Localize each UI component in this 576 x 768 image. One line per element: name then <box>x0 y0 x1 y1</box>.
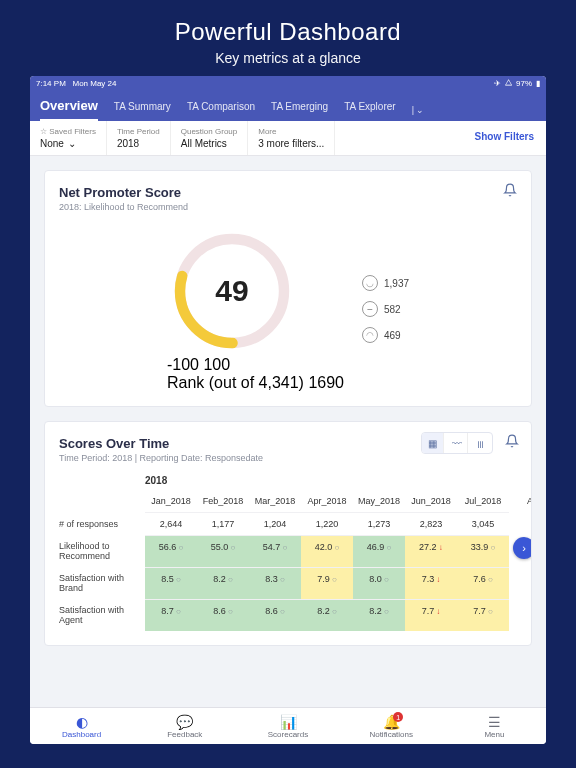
col-header: May_2018 <box>353 490 405 512</box>
metric-cell: 7.9 ○ <box>301 567 353 599</box>
bar-view-icon[interactable]: ⫼ <box>470 433 492 453</box>
metric-cell: 27.2 ↓ <box>405 535 457 567</box>
show-filters-button[interactable]: Show Filters <box>463 121 546 155</box>
tabbar-feedback[interactable]: 💬Feedback <box>133 708 236 744</box>
metric-cell: 8.7 ○ <box>145 599 197 631</box>
filter-more[interactable]: More 3 more filters... <box>248 121 335 155</box>
col-header: Jun_2018 <box>405 490 457 512</box>
metric-cell: 7.6 ○ <box>457 567 509 599</box>
metric-cell: 46.9 ○ <box>353 535 405 567</box>
scores-over-time-card: ▦ 〰 ⫼ Scores Over Time Time Period: 2018… <box>44 421 532 646</box>
line-view-icon[interactable]: 〰 <box>446 433 468 453</box>
metric-cell: 54.7 ○ <box>249 535 301 567</box>
cell-responses: 1,204 <box>249 512 301 535</box>
nps-subtitle: 2018: Likelihood to Recommend <box>59 202 517 212</box>
bell-icon[interactable] <box>503 183 517 200</box>
col-header: Jul_2018 <box>457 490 509 512</box>
hero-subtitle: Key metrics at a glance <box>0 50 576 66</box>
bell-icon[interactable] <box>505 434 519 451</box>
gauge-max: 100 <box>203 356 230 373</box>
cell-responses: 3,045 <box>457 512 509 535</box>
metric-cell: 8.6 ○ <box>249 599 301 631</box>
ios-status-bar: 7:14 PM Mon May 24 ✈ ⧋ 97% ▮ <box>30 76 546 90</box>
tab-overview[interactable]: Overview <box>40 98 98 121</box>
metric-cell: 56.6 ○ <box>145 535 197 567</box>
metric-row-label: Satisfaction with Brand <box>59 567 145 599</box>
filter-time-period[interactable]: Time Period 2018 <box>107 121 171 155</box>
col-header: Feb_2018 <box>197 490 249 512</box>
col-header: Jan_2018 <box>145 490 197 512</box>
scores-grid: › 2018 Jan_2018Feb_2018Mar_2018Apr_2018M… <box>59 475 531 631</box>
row-responses-label: # of responses <box>59 512 145 535</box>
cell-responses: 2,823 <box>405 512 457 535</box>
sad-face-icon: ◠ <box>362 327 378 343</box>
metric-cell: 55.0 ○ <box>197 535 249 567</box>
tabbar-dashboard[interactable]: ◐Dashboard <box>30 708 133 744</box>
metric-cell: 8.3 ○ <box>249 567 301 599</box>
metric-cell: 8.2 ○ <box>353 599 405 631</box>
nps-title: Net Promoter Score <box>59 185 517 200</box>
tabbar-icon: 🔔1 <box>340 714 443 730</box>
tabbar-icon: ◐ <box>30 714 133 730</box>
nps-gauge: 49 <box>167 226 297 356</box>
cell-responses: 1,220 <box>301 512 353 535</box>
col-header: Apr_2018 <box>301 490 353 512</box>
status-time: 7:14 PM <box>36 79 66 88</box>
tabbar-icon: 📊 <box>236 714 339 730</box>
metric-cell: 42.0 ○ <box>301 535 353 567</box>
tab-ta-summary[interactable]: TA Summary <box>114 101 171 118</box>
tabbar-scorecards[interactable]: 📊Scorecards <box>236 708 339 744</box>
metric-cell: 8.5 ○ <box>145 567 197 599</box>
scroll-right-button[interactable]: › <box>513 537 531 559</box>
filter-bar: ☆ Saved Filters None ⌄ Time Period 2018 … <box>30 121 546 156</box>
nps-score: 49 <box>167 226 297 356</box>
grid-view-icon[interactable]: ▦ <box>422 433 444 453</box>
cell-responses: 1,273 <box>353 512 405 535</box>
metric-cell: 8.2 ○ <box>197 567 249 599</box>
bottom-tab-bar: ◐Dashboard💬Feedback📊Scorecards🔔1Notifica… <box>30 707 546 744</box>
neutral-face-icon: ‒ <box>362 301 378 317</box>
tab-ta-comparison[interactable]: TA Comparison <box>187 101 255 118</box>
status-date: Mon May 24 <box>72 79 116 88</box>
cell-responses: 2,644 <box>145 512 197 535</box>
filter-saved[interactable]: ☆ Saved Filters None ⌄ <box>30 121 107 155</box>
col-header: Aug <box>509 490 531 512</box>
tab-ta-emerging[interactable]: TA Emerging <box>271 101 328 118</box>
tabbar-icon: 💬 <box>133 714 236 730</box>
metric-cell: 7.3 ↓ <box>405 567 457 599</box>
metric-cell: 7.7 ○ <box>457 599 509 631</box>
grid-year: 2018 <box>59 475 531 490</box>
view-toggle: ▦ 〰 ⫼ <box>421 432 493 454</box>
wifi-icon: ⧋ <box>505 78 512 88</box>
hero-banner: Powerful Dashboard Key metrics at a glan… <box>0 0 576 76</box>
tabbar-icon: ☰ <box>443 714 546 730</box>
metric-cell: 33.9 ○ <box>457 535 509 567</box>
filter-question-group[interactable]: Question Group All Metrics <box>171 121 248 155</box>
sot-subtitle: Time Period: 2018 | Reporting Date: Resp… <box>59 453 531 463</box>
metric-cell: 8.2 ○ <box>301 599 353 631</box>
nav-more-chevron[interactable]: | ⌄ <box>412 105 425 115</box>
chevron-down-icon: ⌄ <box>68 138 76 149</box>
happy-face-icon: ◡ <box>362 275 378 291</box>
metric-cell: 8.0 ○ <box>353 567 405 599</box>
cell-responses: 1,177 <box>197 512 249 535</box>
device-frame: 7:14 PM Mon May 24 ✈ ⧋ 97% ▮ Overview TA… <box>30 76 546 744</box>
gauge-min: -100 <box>167 356 199 373</box>
metric-row-label: Satisfaction with Agent <box>59 599 145 631</box>
battery-icon: ▮ <box>536 79 540 88</box>
metric-cell: 7.7 ↓ <box>405 599 457 631</box>
nps-card: Net Promoter Score 2018: Likelihood to R… <box>44 170 532 407</box>
nps-rank: Rank (out of 4,341) 1690 <box>167 374 344 392</box>
tab-ta-explorer[interactable]: TA Explorer <box>344 101 396 118</box>
tabbar-menu[interactable]: ☰Menu <box>443 708 546 744</box>
metric-row-label: Likelihood to Recommend <box>59 535 145 567</box>
hero-title: Powerful Dashboard <box>0 18 576 46</box>
airplane-icon: ✈ <box>494 79 501 88</box>
tabbar-notifications[interactable]: 🔔1Notifications <box>340 708 443 744</box>
battery-pct: 97% <box>516 79 532 88</box>
notification-badge: 1 <box>393 712 403 722</box>
metric-cell: 8.6 ○ <box>197 599 249 631</box>
nps-breakdown: ◡1,937 ‒582 ◠469 <box>362 275 409 343</box>
col-header: Mar_2018 <box>249 490 301 512</box>
top-nav: Overview TA Summary TA Comparison TA Eme… <box>30 90 546 121</box>
